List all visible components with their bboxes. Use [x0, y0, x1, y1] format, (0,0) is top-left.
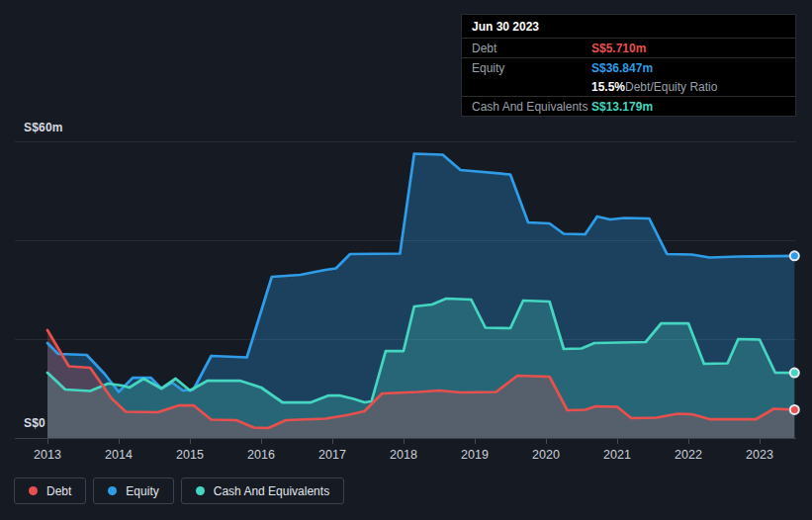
cash-and-equivalents-end-dot: [790, 369, 799, 378]
equity-series-dot-icon: [108, 486, 117, 495]
equity-end-dot: [790, 251, 799, 260]
tooltip-ratio-label: Debt/Equity Ratio: [625, 81, 717, 93]
tooltip-equity-value: S$36.847m: [591, 62, 653, 74]
legend-item-cash[interactable]: Cash And Equivalents: [181, 477, 344, 504]
tooltip-cash-label: Cash And Equivalents: [472, 101, 591, 113]
x-axis-label-2021: 2021: [603, 448, 631, 462]
debt-equity-history-chart: 2013201420152016201720182019202020212022…: [0, 0, 812, 520]
x-axis-label-2022: 2022: [675, 448, 702, 462]
tooltip-row-equity: Equity S$36.847m: [462, 57, 795, 77]
legend-debt-label: Debt: [46, 484, 71, 498]
tooltip-date: Jun 30 2023: [462, 15, 795, 39]
tooltip-equity-label: Equity: [472, 62, 591, 74]
tooltip-cash-value: S$13.179m: [591, 101, 653, 113]
x-axis-label-2015: 2015: [176, 448, 204, 462]
tooltip-row-ratio: 15.5% Debt/Equity Ratio: [462, 77, 795, 96]
legend-cash-label: Cash And Equivalents: [214, 484, 329, 498]
legend-equity-label: Equity: [126, 484, 158, 498]
tooltip-debt-value: S$5.710m: [591, 43, 646, 54]
x-axis-label-2023: 2023: [746, 448, 773, 462]
tooltip-ratio-value: 15.5%: [591, 81, 625, 93]
y-axis-max-label: S$60m: [24, 121, 63, 134]
x-axis-label-2016: 2016: [247, 448, 275, 462]
x-axis-label-2017: 2017: [318, 448, 346, 462]
y-axis-min-label: S$0: [24, 416, 45, 430]
chart-legend: Debt Equity Cash And Equivalents: [14, 477, 344, 504]
chart-tooltip: Jun 30 2023 Debt S$5.710m Equity S$36.84…: [461, 14, 796, 117]
x-axis-label-2014: 2014: [105, 448, 133, 462]
x-axis-label-2018: 2018: [390, 448, 417, 462]
tooltip-row-debt: Debt S$5.710m: [462, 39, 795, 57]
debt-end-dot: [790, 405, 799, 414]
legend-item-equity[interactable]: Equity: [93, 477, 173, 504]
cash-series-dot-icon: [196, 486, 205, 495]
x-axis-label-2019: 2019: [461, 448, 489, 462]
x-axis-label-2013: 2013: [34, 448, 61, 462]
tooltip-row-cash: Cash And Equivalents S$13.179m: [462, 96, 795, 116]
tooltip-debt-label: Debt: [472, 43, 591, 54]
legend-item-debt[interactable]: Debt: [14, 477, 86, 504]
debt-series-dot-icon: [29, 486, 38, 495]
x-axis-label-2020: 2020: [532, 448, 560, 462]
